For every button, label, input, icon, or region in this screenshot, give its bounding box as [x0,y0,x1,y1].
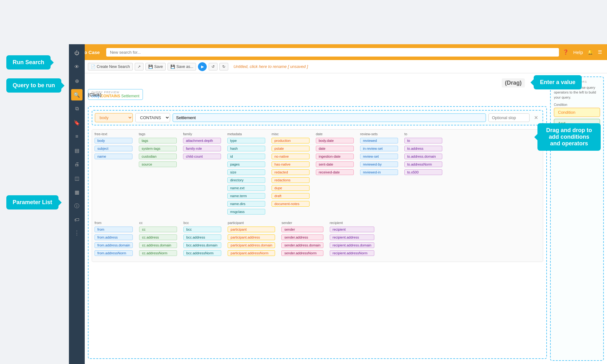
field-tag-bcc-address-orm[interactable]: bcc.addressNorm [183,250,221,256]
field-tag-to-x500[interactable]: to.x500 [404,169,442,175]
field-tag-bcc[interactable]: bcc [183,227,221,232]
copy-icon[interactable]: ⊕ [71,75,83,87]
save-button[interactable]: 💾 Save [145,63,166,70]
field-tag-name-ext[interactable]: name.ext [227,185,265,191]
power-icon[interactable]: ⏻ [71,47,83,59]
database-icon[interactable]: ◫ [71,173,83,184]
bookmark-icon[interactable]: 🔖 [71,117,83,128]
slop-input[interactable] [488,113,530,122]
field-tag-name[interactable]: name [95,154,132,159]
print-icon[interactable]: 🖨 [71,159,83,170]
search-icon[interactable]: 🔍 [71,89,83,100]
field-tag-size[interactable]: size [227,169,265,175]
field-tag-body[interactable]: body [95,138,132,143]
field-tag-cc-address[interactable]: cc.address [139,234,177,240]
field-tag-cc[interactable]: cc [139,227,177,232]
field-tag-pstate[interactable]: pstate [272,146,310,151]
field-tag-has-native[interactable]: has-native [272,161,310,167]
field-tag-subject[interactable]: subject [95,146,132,151]
field-tag-from-address-domain[interactable]: from.address.domain [95,242,133,248]
field-tag-recipient[interactable]: recipient [330,227,374,232]
list-icon[interactable]: ▤ [71,145,83,156]
query-title[interactable]: Untitled, click here to rename [ unsaved… [233,64,308,69]
undo-button[interactable]: ↺ [209,63,218,70]
field-tag-name-dirs[interactable]: name.dirs [227,201,265,207]
field-tag-sender-address-orm[interactable]: sender.addressNorm [281,250,323,256]
field-tag-from-address[interactable]: from.address [95,234,133,240]
field-tag-redactions[interactable]: redactions [272,177,310,183]
field-tag-system-tags[interactable]: system-tags [139,146,177,151]
filter-icon[interactable]: ≡ [71,131,83,142]
field-tag-source[interactable]: source [139,161,177,167]
field-tag-family-role[interactable]: family-role [183,146,221,151]
field-tag-to-address-domain[interactable]: to.address.domain [404,154,442,159]
field-tag-to-address-orm[interactable]: to.addressNorm [404,161,442,167]
tag-icon[interactable]: 🏷 [71,214,83,226]
field-tag-to[interactable]: to [404,138,442,143]
field-tag-production[interactable]: production [272,138,310,143]
field-tag-hash[interactable]: hash [227,146,265,151]
field-tag-recipient-address-domain[interactable]: recipient.address.domain [330,242,374,248]
field-tag-sent-date[interactable]: sent-date [316,161,354,167]
field-tag-attachment-depth[interactable]: attachment-depth [183,138,221,143]
puzzle-icon[interactable]: ⧉ [71,103,83,114]
field-tag-participant-address-orm[interactable]: participant.addressNorm [228,250,275,256]
field-tag-reviewed[interactable]: reviewed [360,138,398,143]
redo-button[interactable]: ↻ [219,63,228,70]
export-button[interactable]: ↗ [135,63,144,70]
field-tag-bcc-address-domain[interactable]: bcc.address.domain [183,242,221,248]
eye-icon[interactable]: 👁 [71,61,83,73]
field-tag-no-native[interactable]: no-native [272,154,310,159]
field-tag-review-set[interactable]: review-set [360,154,398,159]
field-tag-sender-address-domain[interactable]: sender.address.domain [281,242,323,248]
field-tag-type[interactable]: type [227,138,265,143]
run-search-label: Run Search [13,59,44,65]
field-tag-sender[interactable]: sender [281,227,323,232]
remove-condition-button[interactable]: ✕ [532,114,540,121]
field-tag-pages[interactable]: pages [227,161,265,167]
condition-operator[interactable]: Condition [554,108,600,117]
field-tag-redacted[interactable]: redacted [272,169,310,175]
field-tag-date[interactable]: date [316,146,354,151]
field-tag-ingestion-date[interactable]: ingestion-date [316,154,354,159]
field-tag-cc-address-domain[interactable]: cc.address.domain [139,242,177,248]
field-tag-participant-address[interactable]: participant.address [228,234,275,240]
field-tag-from-address-orm[interactable]: from.addressNorm [95,250,133,256]
create-new-search-button[interactable]: 📄 Create New Search [88,63,133,70]
field-tag-msgclass[interactable]: msgclass [227,209,265,215]
category-col-metadata: metadatatypehashidpagessizedirectoryname… [227,132,265,216]
field-tag-tags[interactable]: tags [139,138,177,143]
alert-icon[interactable]: ⓘ [71,200,83,212]
field-tag-recipient-address[interactable]: recipient.address [330,234,374,240]
table-icon[interactable]: ▦ [71,186,83,198]
field-tag-participant[interactable]: participant [228,227,275,232]
field-tag-participant-address-domain[interactable]: participant.address.domain [228,242,275,248]
field-tag-in-review-set[interactable]: in-review-set [360,146,398,151]
field-tag-cc-address-orm[interactable]: cc.addressNorm [139,250,177,256]
field-tag-dupe[interactable]: dupe [272,185,310,191]
field-select[interactable]: body [95,113,133,122]
field-tag-received-date[interactable]: received-date [316,169,354,175]
field-tag-recipient-address-orm[interactable]: recipient.addressNorm [330,250,374,256]
field-tag-child-count[interactable]: child-count [183,154,221,159]
field-tag-body-date[interactable]: body.date [316,138,354,143]
field-tag-from[interactable]: from [95,227,133,232]
field-tag-document-notes[interactable]: document-notes [272,201,310,207]
operator-select[interactable]: CONTAINS [135,113,170,122]
category-col-review-sets: review-setsreviewedin-review-setreview-s… [360,132,398,216]
value-input[interactable] [173,113,486,122]
field-tag-reviewed-by[interactable]: reviewed-by [360,161,398,167]
field-tag-directory[interactable]: directory [227,177,265,183]
field-tag-reviewed-in[interactable]: reviewed-in [360,169,398,175]
category-col-sender: sendersendersender.addresssender.address… [281,221,323,257]
field-tag-custodian[interactable]: custodian [139,154,177,159]
field-tag-id[interactable]: id [227,154,265,159]
field-tag-bcc-address[interactable]: bcc.address [183,234,221,240]
parameter-list-label: Parameter List [13,199,52,205]
field-tag-to-address[interactable]: to.address [404,146,442,151]
run-search-button[interactable]: ▶ [198,62,207,71]
save-as-button[interactable]: 💾 Save as... [168,63,196,70]
field-tag-draft[interactable]: draft [272,193,310,199]
field-tag-sender-address[interactable]: sender.address [281,234,323,240]
field-tag-name-term[interactable]: name.term [227,193,265,199]
